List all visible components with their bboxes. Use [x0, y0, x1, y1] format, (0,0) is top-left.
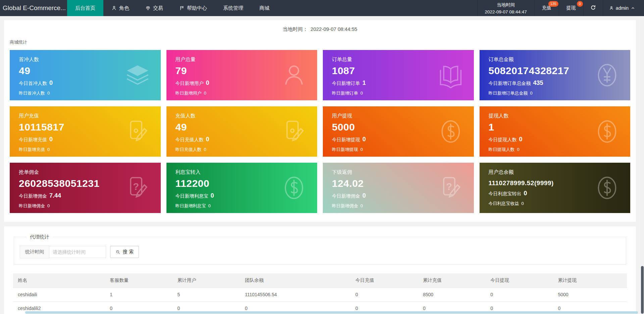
- stat-card-yesterday-line: 昨日新增充值0: [19, 147, 161, 153]
- table-row: ceshidaili151110145506.540850005000: [13, 288, 627, 302]
- table-header-cell: 今日提现: [486, 273, 553, 288]
- menu-item-home[interactable]: 后台首页: [67, 0, 103, 16]
- content-local-time: 当地时间：2022-09-07 08:44:55: [4, 20, 636, 33]
- dollar-circle-icon: [594, 175, 620, 201]
- menu-item-label: 交易: [153, 5, 163, 11]
- menu-item-mall[interactable]: 商城: [251, 0, 278, 16]
- table-header-cell: 客服数量: [105, 273, 172, 288]
- stat-card-user-recharge: 用户充值10115817今日新增充值0昨日新增充值0: [10, 106, 161, 157]
- stat-card-yesterday-line: 昨日新增佣金0: [19, 203, 161, 209]
- stat-card-yesterday-line: 今日利息宝收益0: [489, 201, 631, 207]
- table-cell: 0: [486, 288, 553, 302]
- book-icon: [438, 62, 464, 88]
- table-cell: 1110145506.54: [240, 288, 351, 302]
- layers-icon: [125, 62, 151, 88]
- table-cell: 5: [173, 288, 240, 302]
- question-document-edit-icon: ?: [125, 175, 151, 201]
- agent-stats-fieldset: 代理统计 统计时间 搜 索: [14, 234, 626, 265]
- stat-card-total-balance: 用户总余额1110278999.52(9999)今日利息宝转出0今日利息宝收益0: [480, 163, 631, 213]
- navbar-local-time-value: 2022-09-07 08:44:47: [485, 9, 527, 14]
- person-icon: [111, 5, 117, 11]
- stat-card-yesterday-line: 昨日充值人数0: [176, 147, 317, 153]
- stats-cards-grid: 首冲人数49今日首冲人数0昨日首冲人数0用户总量79今日新增用户0昨日新增用户0…: [4, 45, 636, 222]
- user-menu[interactable]: admin: [603, 0, 644, 16]
- stat-card-total-orders: 订单总量1087今日新增订单1昨日新增订单0: [323, 50, 474, 100]
- stat-card-yesterday-line: 昨日新增提现0: [332, 147, 474, 153]
- menu-item-label: 角色: [119, 5, 129, 11]
- table-header-cell: 累计充值: [418, 273, 486, 288]
- stat-time-input[interactable]: [49, 246, 106, 258]
- stat-card-yesterday-line: 昨日新增订单0: [332, 90, 474, 96]
- table-header-cell: 今日充值: [351, 273, 418, 288]
- stat-card-order-commission: 抢单佣金26028538051231今日新增佣金7.44昨日新增佣金0?: [10, 163, 161, 213]
- dollar-circle-icon: [594, 118, 620, 145]
- withdraw-nav-label: 提现: [566, 5, 576, 11]
- agent-panel: 代理统计 统计时间 搜 索 姓名客服数量累计用户团队余额今日充值累计充值今日提现…: [4, 226, 636, 314]
- stats-panel: 当地时间：2022-09-07 08:44:55 商城统计 首冲人数49今日首冲…: [4, 20, 636, 222]
- stat-card-total-order-amount: 订单总金额50820174328217今日新增订单总金额435昨日新增订单总金额…: [480, 50, 631, 100]
- stat-card-yesterday-line: 昨日新增订单总金额0: [489, 90, 631, 96]
- dollar-circle-icon: [281, 175, 307, 201]
- svg-text:?: ?: [446, 181, 452, 192]
- stat-card-yesterday-line: 昨日新增利息宝0: [176, 203, 317, 209]
- stats-section-title: 商城统计: [10, 39, 636, 45]
- stat-card-yesterday-line: 昨日新增佣金0: [332, 203, 474, 209]
- chevron-up-icon: [631, 6, 635, 10]
- top-navbar: Global E-Commerce... 后台首页角色交易帮助中心系统管理商城 …: [0, 0, 644, 16]
- recharge-badge: 135: [548, 1, 558, 7]
- yen-circle-icon: [594, 62, 620, 88]
- vertical-scrollbar-thumb[interactable]: [641, 266, 644, 314]
- menu-item-label: 帮助中心: [187, 5, 207, 11]
- dollar-circle-icon: [438, 118, 464, 145]
- stat-card-yesterday-line: 昨日提现人数0: [489, 147, 631, 153]
- menu-item-trade[interactable]: 交易: [137, 0, 171, 16]
- vertical-scrollbar[interactable]: [641, 16, 644, 314]
- menu-item-system[interactable]: 系统管理: [215, 0, 251, 16]
- table-header-cell: 团队余额: [240, 273, 351, 288]
- menu-item-roles[interactable]: 角色: [103, 0, 137, 16]
- table-header-cell: 姓名: [13, 273, 105, 288]
- main-content: 当地时间：2022-09-07 08:44:55 商城统计 首冲人数49今日首冲…: [0, 20, 644, 314]
- table-cell: 5000: [553, 288, 627, 302]
- agent-stats-legend: 代理统计: [27, 234, 53, 240]
- user-icon: [281, 62, 307, 88]
- scales-icon: [145, 5, 151, 11]
- stat-card-recharge-users: 充值人数49今日充值人数0昨日充值人数0: [166, 106, 317, 157]
- stat-card-yesterday-line: 昨日首冲人数0: [19, 90, 161, 96]
- recharge-nav-button[interactable]: 充值 135: [534, 0, 559, 16]
- menu-item-label: 系统管理: [223, 5, 243, 11]
- search-icon: [115, 250, 120, 255]
- question-document-edit-icon: ?: [438, 175, 464, 201]
- withdraw-badge: 0: [577, 1, 583, 7]
- table-cell: 1: [105, 288, 172, 302]
- table-cell: 8500: [418, 288, 486, 302]
- app-logo: Global E-Commerce...: [0, 0, 67, 16]
- horizontal-scrollbar[interactable]: [25, 311, 638, 314]
- navbar-local-time: 当地时间 2022-09-07 08:44:47: [477, 0, 534, 16]
- username: admin: [616, 5, 629, 11]
- menu-item-help[interactable]: 帮助中心: [171, 0, 215, 16]
- stat-time-label: 统计时间: [20, 246, 49, 258]
- stat-card-user-withdraw: 用户提现5000今日新增提现0昨日新增提现0: [323, 106, 474, 157]
- document-edit-icon: [125, 118, 151, 145]
- stat-card-total-users: 用户总量79今日新增用户0昨日新增用户0: [166, 50, 317, 100]
- table-header-row: 姓名客服数量累计用户团队余额今日充值累计充值今日提现累计提现: [13, 273, 627, 288]
- user-icon: [609, 6, 614, 10]
- main-menu: 后台首页角色交易帮助中心系统管理商城: [67, 0, 278, 16]
- refresh-button[interactable]: [583, 0, 603, 16]
- table-header-cell: 累计提现: [553, 273, 627, 288]
- agent-stats-table: 姓名客服数量累计用户团队余额今日充值累计充值今日提现累计提现 ceshidail…: [13, 273, 627, 314]
- stat-card-interest-in: 利息宝转入112200今日新增利息宝0昨日新增利息宝0: [166, 163, 317, 213]
- menu-item-label: 商城: [259, 5, 269, 11]
- menu-item-label: 后台首页: [75, 5, 95, 11]
- search-button[interactable]: 搜 索: [110, 246, 139, 258]
- table-cell: ceshidaili: [13, 288, 105, 302]
- navbar-right: 当地时间 2022-09-07 08:44:47 充值 135 提现 0 adm…: [477, 0, 644, 16]
- refresh-icon: [590, 5, 596, 12]
- search-button-label: 搜 索: [123, 249, 134, 255]
- navbar-local-time-label: 当地时间: [485, 2, 527, 8]
- document-edit-icon: [281, 118, 307, 145]
- withdraw-nav-button[interactable]: 提现 0: [559, 0, 583, 16]
- stat-card-withdraw-users: 提现人数1今日提现人数0昨日提现人数0: [480, 106, 631, 157]
- stat-card-yesterday-line: 昨日新增用户0: [176, 90, 317, 96]
